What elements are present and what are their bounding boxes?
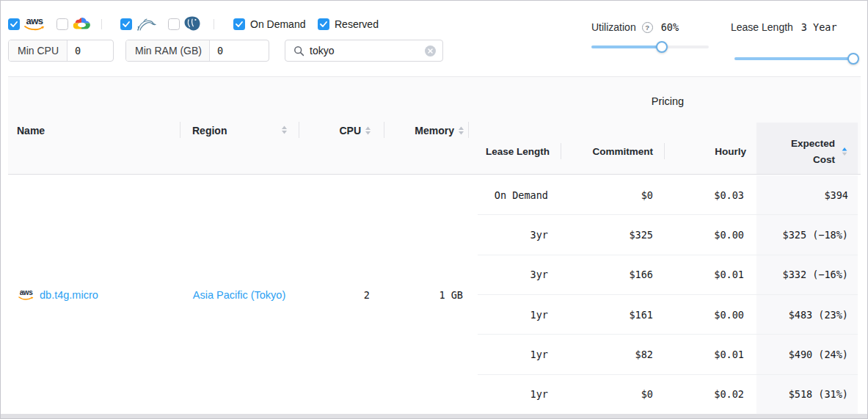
instance-name-cell: aws db.t4g.micro — [18, 289, 98, 301]
header-divider — [468, 122, 469, 138]
gcp-logo-icon — [73, 16, 90, 33]
pricing-group-header: Pricing — [478, 95, 858, 107]
expected-cost-cell: $490 (24%) — [756, 349, 858, 360]
column-header-region[interactable]: Region — [192, 123, 227, 139]
horizontal-scrollbar[interactable] — [1, 414, 867, 418]
cpu-cell: 2 — [299, 289, 384, 301]
header-divider — [384, 122, 384, 138]
slider-fill — [591, 45, 662, 48]
hourly-cell: $0.00 — [664, 309, 756, 321]
hourly-cell: $0.01 — [664, 349, 756, 360]
utilization-control-label: Utilization 60% — [591, 21, 679, 33]
sort-icon[interactable] — [365, 125, 371, 136]
column-header-memory[interactable]: Memory — [384, 123, 475, 139]
column-header-commitment: Commitment — [561, 144, 664, 159]
aws-provider-checkbox[interactable] — [8, 18, 20, 30]
postgresql-logo-icon — [184, 16, 200, 34]
region-cell: Asia Pacific (Tokyo) — [180, 288, 299, 302]
commitment-cell: $82 — [561, 349, 664, 360]
lease-length-cell: On Demand — [478, 189, 561, 201]
pricing-row: 1yr $0 $0.02 $518 (31%) — [478, 374, 858, 414]
mysql-logo-icon — [136, 18, 156, 34]
lease-length-cell: 3yr — [478, 229, 561, 241]
clear-search-icon[interactable] — [425, 45, 436, 57]
sort-ascending-icon[interactable] — [842, 145, 847, 161]
utilization-slider[interactable] — [591, 41, 709, 53]
pricing-rows: On Demand $0 $0.03 $394 3yr $325 $0.00 $… — [478, 175, 858, 414]
hourly-cell: $0.03 — [664, 189, 756, 201]
expected-cost-cell: $332 (−16%) — [756, 269, 858, 280]
toolbar-divider — [214, 19, 214, 29]
check-icon — [320, 21, 327, 27]
expected-cost-cell: $394 — [756, 189, 858, 201]
commitment-cell: $0 — [561, 388, 664, 400]
min-ram-label: Min RAM (GB) — [126, 40, 210, 61]
instance-name-link[interactable]: db.t4g.micro — [40, 289, 98, 301]
lease-length-slider[interactable] — [734, 53, 854, 65]
pricing-row: On Demand $0 $0.03 $394 — [478, 175, 858, 214]
column-header-lease-length: Lease Length — [478, 144, 561, 159]
lease-length-value: 3 Year — [801, 21, 837, 33]
commitment-cell: $0 — [561, 189, 664, 201]
toolbar-divider — [101, 19, 102, 29]
lease-length-label: Lease Length — [731, 21, 793, 33]
column-header-hourly: Hourly — [664, 144, 756, 159]
search-box[interactable]: tokyo — [285, 40, 443, 62]
commitment-cell: $161 — [561, 309, 664, 321]
on-demand-label: On Demand — [250, 18, 305, 30]
postgresql-engine-checkbox[interactable] — [168, 18, 180, 30]
min-cpu-filter: Min CPU 0 — [8, 40, 114, 62]
commitment-cell: $166 — [561, 269, 664, 280]
aws-logo-icon: aws — [18, 289, 34, 301]
sort-icon[interactable] — [458, 125, 464, 136]
pricing-row: 1yr $82 $0.01 $490 (24%) — [478, 334, 858, 374]
min-ram-filter: Min RAM (GB) 0 — [125, 40, 269, 62]
expected-cost-cell: $518 (31%) — [756, 388, 858, 400]
table-body: aws db.t4g.micro Asia Pacific (Tokyo) 2 … — [8, 175, 861, 414]
gcp-provider-checkbox[interactable] — [56, 18, 68, 30]
hourly-cell: $0.00 — [664, 229, 756, 241]
column-header-expected-cost[interactable]: Expected Cost — [756, 136, 858, 168]
reserved-checkbox[interactable] — [318, 18, 329, 30]
header-divider — [664, 143, 665, 159]
instance-pricing-app: aws — [0, 0, 868, 419]
pricing-row: 1yr $161 $0.00 $483 (23%) — [478, 294, 858, 334]
commitment-cell: $325 — [561, 229, 664, 241]
hourly-cell: $0.02 — [664, 388, 756, 400]
pricing-row: 3yr $166 $0.01 $332 (−16%) — [478, 255, 858, 294]
header-divider — [561, 143, 561, 159]
aws-logo-icon: aws — [24, 16, 45, 31]
min-cpu-label: Min CPU — [9, 40, 68, 61]
sort-icon[interactable] — [281, 125, 288, 138]
slider-fill — [734, 57, 854, 60]
min-ram-input[interactable]: 0 — [210, 40, 269, 61]
lease-length-cell: 1yr — [478, 349, 561, 360]
column-header-cpu[interactable]: CPU — [299, 123, 384, 139]
min-cpu-input[interactable]: 0 — [68, 40, 113, 61]
expected-cost-cell: $325 (−18%) — [756, 229, 858, 241]
on-demand-checkbox[interactable] — [233, 18, 245, 30]
lease-control-label: Lease Length 3 Year — [731, 21, 837, 33]
utilization-label: Utilization — [591, 21, 636, 33]
pricing-row: 3yr $325 $0.00 $325 (−18%) — [478, 214, 858, 254]
expected-cost-cell: $483 (23%) — [756, 309, 858, 321]
search-icon — [293, 45, 304, 57]
header-divider — [299, 122, 299, 138]
mysql-engine-checkbox[interactable] — [120, 18, 132, 30]
help-icon[interactable] — [642, 22, 653, 33]
check-icon — [123, 21, 130, 27]
region-link[interactable]: Asia Pacific (Tokyo) — [193, 289, 286, 301]
lease-length-cell: 3yr — [478, 269, 561, 280]
search-input[interactable]: tokyo — [310, 45, 420, 57]
hourly-cell: $0.01 — [664, 269, 756, 280]
lease-length-cell: 1yr — [478, 309, 561, 321]
reserved-label: Reserved — [335, 18, 379, 30]
lease-slider-thumb[interactable] — [847, 53, 859, 65]
table-header: Pricing Name Region CPU Memory Lease Len… — [8, 76, 861, 175]
memory-cell: 1 GB — [384, 289, 475, 301]
header-divider — [180, 122, 180, 138]
column-header-name: Name — [17, 123, 45, 139]
check-icon — [10, 21, 18, 27]
utilization-slider-thumb[interactable] — [656, 41, 668, 53]
utilization-value: 60% — [661, 21, 679, 33]
